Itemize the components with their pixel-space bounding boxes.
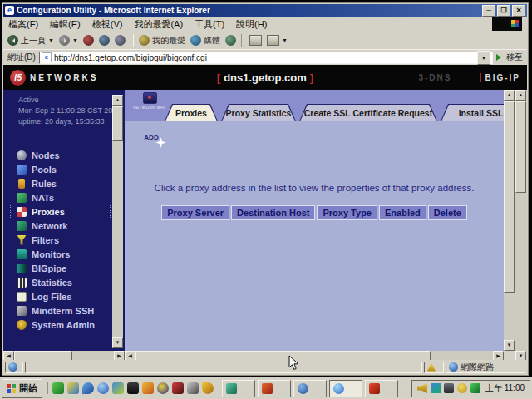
- history-button[interactable]: [225, 35, 236, 46]
- app-icon: [369, 383, 380, 394]
- security-warning-icon: [427, 363, 436, 372]
- quicklaunch-icon-3[interactable]: [82, 382, 94, 394]
- quicklaunch-icon-10[interactable]: [187, 382, 199, 394]
- scroll-up-icon[interactable]: ▲: [515, 90, 526, 101]
- column-delete[interactable]: Delete: [428, 205, 467, 220]
- address-dropdown-button[interactable]: ▼: [477, 51, 490, 65]
- volume-icon[interactable]: [417, 383, 427, 393]
- sidebar-item-logfiles[interactable]: Log Files: [11, 289, 110, 303]
- ie-app-icon: [333, 383, 344, 394]
- start-button[interactable]: 開始: [2, 379, 42, 398]
- quicklaunch-icon-6[interactable]: [127, 382, 139, 394]
- column-enabled[interactable]: Enabled: [379, 205, 426, 220]
- task-window-5[interactable]: [365, 380, 398, 397]
- task-window-2[interactable]: [258, 380, 291, 397]
- back-dropdown-icon[interactable]: ▼: [48, 37, 54, 43]
- scroll-up-icon[interactable]: ▲: [112, 95, 123, 106]
- sidebar-item-rules[interactable]: Rules: [11, 176, 110, 190]
- mail-button[interactable]: [249, 35, 262, 46]
- system-status: Active Mon Sep 2 11:09:28 CST 2002 uptim…: [18, 95, 121, 127]
- sidebar-item-system-admin[interactable]: System Admin: [11, 318, 110, 332]
- scroll-up-icon[interactable]: ▲: [504, 90, 515, 101]
- network-map-button[interactable]: NETWORK MAP: [131, 92, 168, 110]
- forward-dropdown-icon[interactable]: ▼: [72, 37, 78, 43]
- tray-icon-4[interactable]: [457, 383, 467, 393]
- tray-icon-2[interactable]: [431, 383, 441, 393]
- sidebar-item-network[interactable]: Network: [11, 219, 110, 233]
- go-button[interactable]: 移至: [496, 52, 523, 63]
- sidebar-item-proxies[interactable]: Proxies: [11, 204, 110, 219]
- scrollbar-thumb[interactable]: [515, 101, 526, 193]
- tab-create-ssl-certificate-request[interactable]: Create SSL Certificate Request: [299, 104, 437, 121]
- column-destination-host[interactable]: Destination Host: [231, 205, 315, 220]
- menu-help[interactable]: 說明(H): [236, 18, 267, 31]
- tray-icon-5[interactable]: [470, 383, 480, 393]
- mail-icon: [249, 35, 262, 46]
- address-label: 網址(D): [7, 52, 36, 63]
- proxies-panel: ADD Click a proxy address in the list to…: [125, 121, 504, 351]
- monitors-icon: [17, 249, 27, 259]
- scroll-down-icon[interactable]: ▼: [112, 337, 123, 348]
- nodes-icon: [17, 150, 27, 160]
- quicklaunch-icon-7[interactable]: [142, 382, 154, 394]
- close-button[interactable]: ✕: [512, 5, 525, 17]
- minimize-button[interactable]: ─: [482, 5, 495, 17]
- quicklaunch-icon-11[interactable]: [202, 382, 214, 394]
- tab-proxies[interactable]: Proxies: [165, 104, 218, 121]
- add-proxy-button[interactable]: ADD: [140, 133, 163, 141]
- window-vertical-scrollbar[interactable]: ▲ ▼: [515, 90, 527, 362]
- home-icon: [115, 35, 126, 46]
- print-button[interactable]: ▼: [267, 35, 288, 46]
- frame-vertical-scrollbar[interactable]: ▲ ▼: [504, 90, 515, 351]
- tab-proxy-statistics[interactable]: Proxy Statistics: [221, 104, 296, 121]
- tab-install-ssl-certificate[interactable]: Install SSL Certifi: [441, 104, 504, 121]
- sidebar-item-nodes[interactable]: Nodes: [11, 148, 110, 162]
- title-bar[interactable]: e Configuration Utility - Microsoft Inte…: [3, 4, 527, 17]
- go-arrow-icon: [496, 54, 505, 61]
- sidebar-item-pools[interactable]: Pools: [11, 162, 110, 176]
- task-window-1[interactable]: [222, 380, 255, 397]
- taskbar: 開始 上午 11:00: [0, 377, 532, 399]
- scroll-down-icon[interactable]: ▼: [504, 340, 515, 351]
- sidebar-item-filters[interactable]: Filters: [11, 233, 110, 247]
- menu-tools[interactable]: 工具(T): [195, 18, 224, 31]
- sidebar-item-bigpipe[interactable]: BIGpipe: [11, 261, 110, 275]
- browser-window: e Configuration Utility - Microsoft Inte…: [2, 2, 529, 376]
- back-button[interactable]: 上一頁 ▼: [7, 35, 54, 47]
- menu-favorites[interactable]: 我的最愛(A): [134, 18, 183, 31]
- menu-edit[interactable]: 編輯(E): [50, 18, 81, 31]
- quicklaunch-icon-5[interactable]: [112, 382, 124, 394]
- display-icon[interactable]: [444, 383, 454, 393]
- column-proxy-server[interactable]: Proxy Server: [161, 205, 229, 220]
- stop-button[interactable]: [83, 35, 94, 46]
- home-button[interactable]: [115, 35, 126, 46]
- column-proxy-type[interactable]: Proxy Type: [317, 205, 377, 220]
- task-window-ie-active[interactable]: [329, 380, 362, 397]
- menu-file[interactable]: 檔案(F): [8, 18, 38, 31]
- sidebar-vertical-scrollbar[interactable]: ▲ ▼: [112, 95, 123, 348]
- quicklaunch-icon-4[interactable]: [97, 382, 109, 394]
- product-links: 3-DNS BIG-IP: [418, 73, 520, 82]
- quicklaunch-icon-9[interactable]: [172, 382, 184, 394]
- nats-icon: [17, 193, 27, 203]
- quicklaunch-icon-1[interactable]: [52, 382, 64, 394]
- refresh-button[interactable]: [99, 35, 110, 46]
- forward-button[interactable]: ▼: [59, 35, 78, 46]
- scrollbar-thumb[interactable]: [112, 106, 123, 141]
- menu-view[interactable]: 檢視(V): [92, 18, 123, 31]
- favorites-button[interactable]: 我的最愛: [139, 35, 185, 47]
- scrollbar-thumb[interactable]: [504, 101, 515, 293]
- maximize-button[interactable]: ❐: [497, 5, 510, 17]
- media-button[interactable]: 媒體: [190, 35, 220, 47]
- sidebar-item-mindterm-ssh[interactable]: Mindterm SSH: [11, 303, 110, 318]
- quicklaunch-icon-8[interactable]: [157, 382, 169, 394]
- address-input[interactable]: e http://dns1.getop.com/bigipgui/bigconf…: [39, 52, 493, 64]
- sidebar-item-nats[interactable]: NATs: [11, 190, 110, 204]
- proxy-table-header-row: Proxy Server Destination Host Proxy Type…: [125, 205, 504, 220]
- quicklaunch-icon-2[interactable]: [67, 382, 79, 394]
- link-bigip[interactable]: BIG-IP: [480, 73, 520, 82]
- task-window-3[interactable]: [293, 380, 327, 397]
- sidebar-item-monitors[interactable]: Monitors: [11, 247, 110, 261]
- link-3dns[interactable]: 3-DNS: [418, 73, 451, 82]
- sidebar-item-statistics[interactable]: Statistics: [11, 275, 110, 289]
